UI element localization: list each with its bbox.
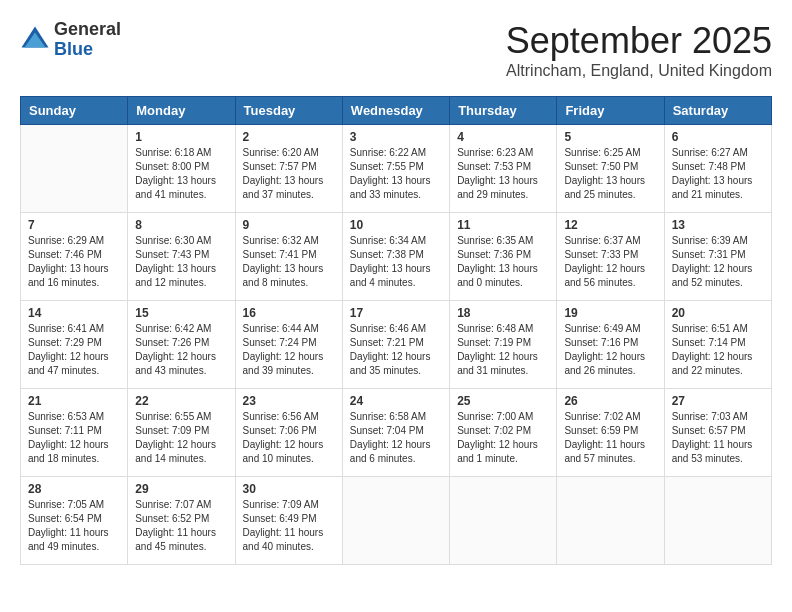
calendar-cell: 24Sunrise: 6:58 AMSunset: 7:04 PMDayligh… bbox=[342, 389, 449, 477]
day-info: Sunrise: 6:22 AMSunset: 7:55 PMDaylight:… bbox=[350, 146, 442, 202]
day-info: Sunrise: 6:18 AMSunset: 8:00 PMDaylight:… bbox=[135, 146, 227, 202]
day-info: Sunrise: 6:55 AMSunset: 7:09 PMDaylight:… bbox=[135, 410, 227, 466]
day-number: 18 bbox=[457, 306, 549, 320]
week-row-5: 28Sunrise: 7:05 AMSunset: 6:54 PMDayligh… bbox=[21, 477, 772, 565]
calendar-cell bbox=[664, 477, 771, 565]
day-number: 8 bbox=[135, 218, 227, 232]
calendar-cell: 8Sunrise: 6:30 AMSunset: 7:43 PMDaylight… bbox=[128, 213, 235, 301]
day-number: 15 bbox=[135, 306, 227, 320]
weekday-header-monday: Monday bbox=[128, 97, 235, 125]
day-info: Sunrise: 6:29 AMSunset: 7:46 PMDaylight:… bbox=[28, 234, 120, 290]
calendar-cell: 2Sunrise: 6:20 AMSunset: 7:57 PMDaylight… bbox=[235, 125, 342, 213]
day-info: Sunrise: 6:49 AMSunset: 7:16 PMDaylight:… bbox=[564, 322, 656, 378]
day-number: 5 bbox=[564, 130, 656, 144]
day-number: 12 bbox=[564, 218, 656, 232]
weekday-header-tuesday: Tuesday bbox=[235, 97, 342, 125]
day-info: Sunrise: 6:42 AMSunset: 7:26 PMDaylight:… bbox=[135, 322, 227, 378]
logo: General Blue bbox=[20, 20, 121, 60]
weekday-header-thursday: Thursday bbox=[450, 97, 557, 125]
day-info: Sunrise: 6:27 AMSunset: 7:48 PMDaylight:… bbox=[672, 146, 764, 202]
calendar-cell: 16Sunrise: 6:44 AMSunset: 7:24 PMDayligh… bbox=[235, 301, 342, 389]
day-number: 19 bbox=[564, 306, 656, 320]
day-number: 11 bbox=[457, 218, 549, 232]
calendar-cell: 18Sunrise: 6:48 AMSunset: 7:19 PMDayligh… bbox=[450, 301, 557, 389]
calendar: SundayMondayTuesdayWednesdayThursdayFrid… bbox=[20, 96, 772, 565]
day-info: Sunrise: 7:03 AMSunset: 6:57 PMDaylight:… bbox=[672, 410, 764, 466]
day-info: Sunrise: 6:30 AMSunset: 7:43 PMDaylight:… bbox=[135, 234, 227, 290]
day-number: 20 bbox=[672, 306, 764, 320]
calendar-cell bbox=[342, 477, 449, 565]
calendar-cell: 11Sunrise: 6:35 AMSunset: 7:36 PMDayligh… bbox=[450, 213, 557, 301]
day-info: Sunrise: 7:09 AMSunset: 6:49 PMDaylight:… bbox=[243, 498, 335, 554]
logo-icon bbox=[20, 25, 50, 55]
day-info: Sunrise: 6:53 AMSunset: 7:11 PMDaylight:… bbox=[28, 410, 120, 466]
day-number: 16 bbox=[243, 306, 335, 320]
day-info: Sunrise: 6:48 AMSunset: 7:19 PMDaylight:… bbox=[457, 322, 549, 378]
calendar-cell: 1Sunrise: 6:18 AMSunset: 8:00 PMDaylight… bbox=[128, 125, 235, 213]
calendar-cell bbox=[450, 477, 557, 565]
calendar-cell: 5Sunrise: 6:25 AMSunset: 7:50 PMDaylight… bbox=[557, 125, 664, 213]
calendar-cell: 6Sunrise: 6:27 AMSunset: 7:48 PMDaylight… bbox=[664, 125, 771, 213]
logo-blue: Blue bbox=[54, 40, 121, 60]
day-info: Sunrise: 6:37 AMSunset: 7:33 PMDaylight:… bbox=[564, 234, 656, 290]
day-info: Sunrise: 7:00 AMSunset: 7:02 PMDaylight:… bbox=[457, 410, 549, 466]
day-number: 1 bbox=[135, 130, 227, 144]
day-number: 3 bbox=[350, 130, 442, 144]
weekday-header-saturday: Saturday bbox=[664, 97, 771, 125]
calendar-cell: 10Sunrise: 6:34 AMSunset: 7:38 PMDayligh… bbox=[342, 213, 449, 301]
day-number: 28 bbox=[28, 482, 120, 496]
day-info: Sunrise: 6:58 AMSunset: 7:04 PMDaylight:… bbox=[350, 410, 442, 466]
day-info: Sunrise: 6:44 AMSunset: 7:24 PMDaylight:… bbox=[243, 322, 335, 378]
day-info: Sunrise: 6:34 AMSunset: 7:38 PMDaylight:… bbox=[350, 234, 442, 290]
day-number: 9 bbox=[243, 218, 335, 232]
page-header: General Blue September 2025 Altrincham, … bbox=[20, 20, 772, 80]
day-info: Sunrise: 6:56 AMSunset: 7:06 PMDaylight:… bbox=[243, 410, 335, 466]
week-row-2: 7Sunrise: 6:29 AMSunset: 7:46 PMDaylight… bbox=[21, 213, 772, 301]
day-number: 23 bbox=[243, 394, 335, 408]
calendar-cell: 22Sunrise: 6:55 AMSunset: 7:09 PMDayligh… bbox=[128, 389, 235, 477]
day-info: Sunrise: 6:23 AMSunset: 7:53 PMDaylight:… bbox=[457, 146, 549, 202]
calendar-cell: 30Sunrise: 7:09 AMSunset: 6:49 PMDayligh… bbox=[235, 477, 342, 565]
calendar-cell: 26Sunrise: 7:02 AMSunset: 6:59 PMDayligh… bbox=[557, 389, 664, 477]
weekday-header-friday: Friday bbox=[557, 97, 664, 125]
day-info: Sunrise: 6:51 AMSunset: 7:14 PMDaylight:… bbox=[672, 322, 764, 378]
calendar-cell: 21Sunrise: 6:53 AMSunset: 7:11 PMDayligh… bbox=[21, 389, 128, 477]
day-info: Sunrise: 7:05 AMSunset: 6:54 PMDaylight:… bbox=[28, 498, 120, 554]
day-number: 14 bbox=[28, 306, 120, 320]
day-info: Sunrise: 6:32 AMSunset: 7:41 PMDaylight:… bbox=[243, 234, 335, 290]
calendar-cell: 25Sunrise: 7:00 AMSunset: 7:02 PMDayligh… bbox=[450, 389, 557, 477]
location: Altrincham, England, United Kingdom bbox=[506, 62, 772, 80]
logo-text: General Blue bbox=[54, 20, 121, 60]
weekday-header-row: SundayMondayTuesdayWednesdayThursdayFrid… bbox=[21, 97, 772, 125]
day-number: 7 bbox=[28, 218, 120, 232]
day-number: 29 bbox=[135, 482, 227, 496]
calendar-cell: 12Sunrise: 6:37 AMSunset: 7:33 PMDayligh… bbox=[557, 213, 664, 301]
calendar-cell: 17Sunrise: 6:46 AMSunset: 7:21 PMDayligh… bbox=[342, 301, 449, 389]
day-number: 6 bbox=[672, 130, 764, 144]
day-number: 25 bbox=[457, 394, 549, 408]
day-info: Sunrise: 6:20 AMSunset: 7:57 PMDaylight:… bbox=[243, 146, 335, 202]
calendar-cell: 3Sunrise: 6:22 AMSunset: 7:55 PMDaylight… bbox=[342, 125, 449, 213]
calendar-cell: 9Sunrise: 6:32 AMSunset: 7:41 PMDaylight… bbox=[235, 213, 342, 301]
day-info: Sunrise: 6:46 AMSunset: 7:21 PMDaylight:… bbox=[350, 322, 442, 378]
calendar-cell bbox=[21, 125, 128, 213]
day-info: Sunrise: 7:07 AMSunset: 6:52 PMDaylight:… bbox=[135, 498, 227, 554]
week-row-4: 21Sunrise: 6:53 AMSunset: 7:11 PMDayligh… bbox=[21, 389, 772, 477]
day-info: Sunrise: 6:39 AMSunset: 7:31 PMDaylight:… bbox=[672, 234, 764, 290]
day-info: Sunrise: 6:35 AMSunset: 7:36 PMDaylight:… bbox=[457, 234, 549, 290]
calendar-cell: 20Sunrise: 6:51 AMSunset: 7:14 PMDayligh… bbox=[664, 301, 771, 389]
day-number: 10 bbox=[350, 218, 442, 232]
calendar-cell: 28Sunrise: 7:05 AMSunset: 6:54 PMDayligh… bbox=[21, 477, 128, 565]
day-info: Sunrise: 7:02 AMSunset: 6:59 PMDaylight:… bbox=[564, 410, 656, 466]
day-number: 24 bbox=[350, 394, 442, 408]
calendar-cell: 19Sunrise: 6:49 AMSunset: 7:16 PMDayligh… bbox=[557, 301, 664, 389]
day-number: 21 bbox=[28, 394, 120, 408]
day-number: 17 bbox=[350, 306, 442, 320]
title-section: September 2025 Altrincham, England, Unit… bbox=[506, 20, 772, 80]
day-number: 30 bbox=[243, 482, 335, 496]
calendar-cell: 7Sunrise: 6:29 AMSunset: 7:46 PMDaylight… bbox=[21, 213, 128, 301]
calendar-cell bbox=[557, 477, 664, 565]
calendar-cell: 14Sunrise: 6:41 AMSunset: 7:29 PMDayligh… bbox=[21, 301, 128, 389]
calendar-cell: 13Sunrise: 6:39 AMSunset: 7:31 PMDayligh… bbox=[664, 213, 771, 301]
weekday-header-sunday: Sunday bbox=[21, 97, 128, 125]
